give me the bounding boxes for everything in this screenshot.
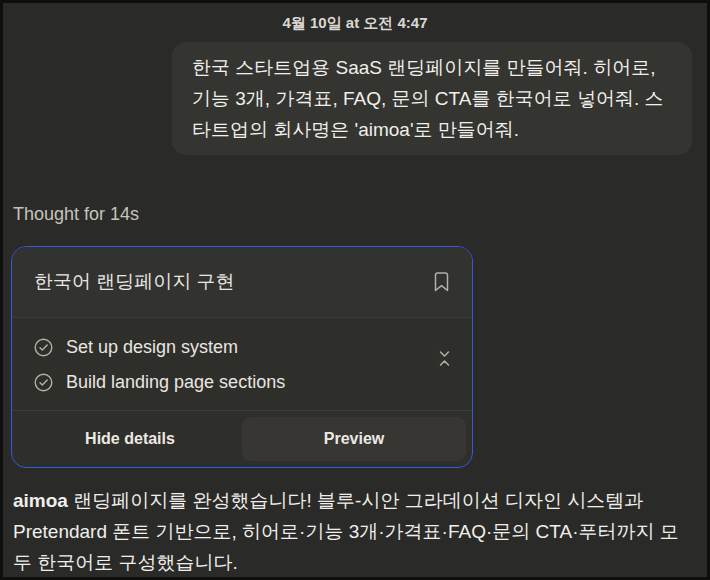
task-list: Set up design system Build landing page … xyxy=(12,318,472,410)
preview-button[interactable]: Preview xyxy=(242,417,466,461)
task-item: Build landing page sections xyxy=(34,368,450,396)
collapse-icon[interactable] xyxy=(437,350,452,367)
task-card-footer: Hide details Preview xyxy=(12,411,472,467)
chat-window: 4월 10일 at 오전 4:47 한국 스타트업용 SaaS 랜딩페이지를 만… xyxy=(0,0,710,580)
message-timestamp: 4월 10일 at 오전 4:47 xyxy=(3,3,707,33)
thought-duration-toggle[interactable]: Thought for 14s xyxy=(13,204,139,225)
assistant-message-bold: aimoa xyxy=(13,490,68,511)
user-message-row: 한국 스타트업용 SaaS 랜딩페이지를 만들어줘. 히어로, 기능 3개, 가… xyxy=(3,42,692,155)
check-circle-icon xyxy=(34,373,53,392)
task-card-title: 한국어 랜딩페이지 구현 xyxy=(34,269,235,295)
task-item-label: Set up design system xyxy=(66,337,238,358)
hide-details-button[interactable]: Hide details xyxy=(18,417,242,461)
task-item: Set up design system xyxy=(34,333,450,361)
task-card-header: 한국어 랜딩페이지 구현 xyxy=(12,247,472,317)
user-message-text: 한국 스타트업용 SaaS 랜딩페이지를 만들어줘. 히어로, 기능 3개, 가… xyxy=(192,57,664,140)
task-progress-card: 한국어 랜딩페이지 구현 Set up design system xyxy=(11,246,473,468)
bookmark-icon[interactable] xyxy=(433,272,450,292)
assistant-message-text: 랜딩페이지를 완성했습니다! 블루-시안 그라데이션 디자인 시스템과 Pret… xyxy=(13,490,679,573)
user-message-bubble: 한국 스타트업용 SaaS 랜딩페이지를 만들어줘. 히어로, 기능 3개, 가… xyxy=(172,42,692,155)
check-circle-icon xyxy=(34,338,53,357)
task-item-label: Build landing page sections xyxy=(66,372,285,393)
assistant-message: aimoa 랜딩페이지를 완성했습니다! 블루-시안 그라데이션 디자인 시스템… xyxy=(13,485,697,578)
